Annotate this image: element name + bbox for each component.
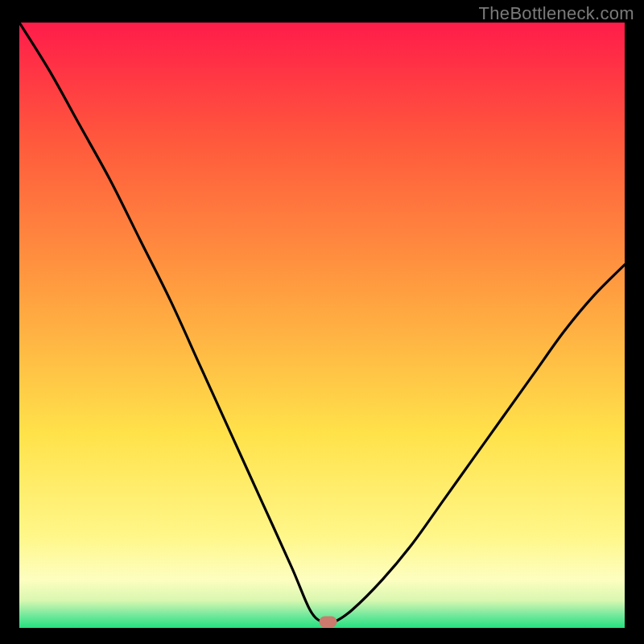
chart-svg (19, 23, 625, 628)
bottleneck-chart (19, 23, 625, 628)
optimal-marker (320, 616, 337, 627)
gradient-background (19, 23, 625, 628)
watermark-text: TheBottleneck.com (479, 3, 634, 24)
